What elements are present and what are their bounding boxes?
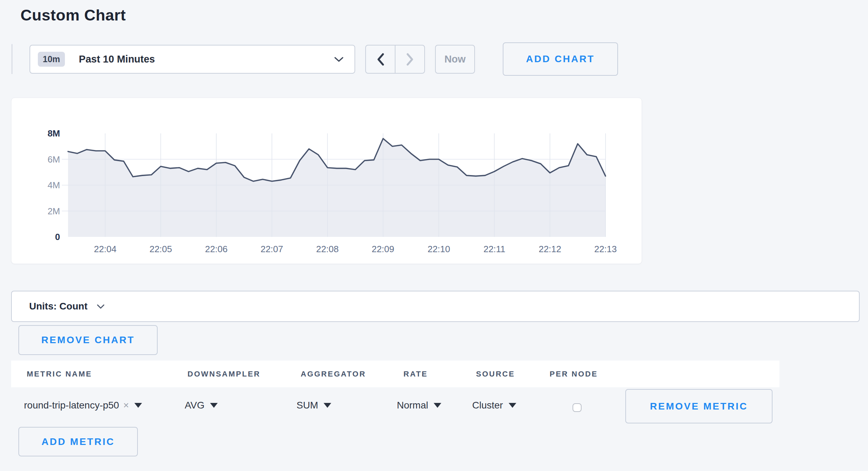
- add-chart-button[interactable]: ADD CHART: [503, 42, 618, 76]
- x-tick-label: 22:09: [362, 244, 404, 255]
- source-value: Cluster: [472, 400, 503, 411]
- x-tick-label: 22:06: [195, 244, 237, 255]
- custom-chart-page: Custom Chart 10m Past 10 Minutes Now ADD…: [0, 0, 868, 471]
- caret-down-icon: [509, 403, 516, 408]
- per-node-checkbox[interactable]: [573, 403, 582, 412]
- downsampler-value: AVG: [185, 400, 205, 411]
- add-metric-button[interactable]: ADD METRIC: [18, 427, 138, 456]
- timeseries-chart: [68, 133, 606, 237]
- x-tick-label: 22:07: [251, 244, 293, 255]
- caret-down-icon: [324, 403, 331, 408]
- remove-tag-icon[interactable]: ×: [123, 400, 129, 411]
- metric-name-select[interactable]: round-trip-latency-p50 ×: [24, 387, 142, 423]
- source-select[interactable]: Cluster: [472, 387, 516, 423]
- time-prev-button[interactable]: [366, 46, 395, 73]
- units-dropdown[interactable]: Units: Count: [11, 291, 860, 322]
- y-tick-label: 6M: [36, 154, 60, 165]
- time-range-dropdown[interactable]: 10m Past 10 Minutes: [30, 45, 355, 74]
- x-tick-label: 22:05: [140, 244, 182, 255]
- metric-name-value: round-trip-latency-p50: [24, 400, 119, 411]
- caret-down-icon: [134, 403, 142, 408]
- rate-value: Normal: [397, 400, 428, 411]
- remove-chart-button[interactable]: REMOVE CHART: [18, 325, 158, 355]
- time-pager: [365, 45, 425, 74]
- col-rate: RATE: [403, 361, 428, 387]
- chevron-down-icon: [334, 56, 344, 63]
- time-range-badge: 10m: [38, 52, 65, 67]
- x-tick-label: 22:08: [307, 244, 348, 255]
- aggregator-select[interactable]: SUM: [297, 387, 331, 423]
- y-tick-label: 0: [36, 232, 60, 242]
- col-per-node: PER NODE: [550, 361, 598, 387]
- x-tick-label: 22:13: [585, 244, 626, 255]
- col-downsampler: DOWNSAMPLER: [187, 361, 260, 387]
- x-tick-label: 22:10: [418, 244, 460, 255]
- y-tick-label: 4M: [36, 180, 60, 190]
- chevron-left-icon: [376, 52, 385, 66]
- toolbar-divider: [11, 44, 12, 74]
- x-tick-label: 22:12: [529, 244, 571, 255]
- now-button[interactable]: Now: [435, 45, 475, 74]
- y-tick-label: 8M: [36, 128, 60, 139]
- rate-select[interactable]: Normal: [397, 387, 441, 423]
- chevron-down-icon: [97, 304, 105, 309]
- col-aggregator: AGGREGATOR: [301, 361, 366, 387]
- col-metric-name: METRIC NAME: [27, 361, 92, 387]
- metrics-table-header: METRIC NAME DOWNSAMPLER AGGREGATOR RATE …: [11, 361, 779, 387]
- time-range-label: Past 10 Minutes: [79, 53, 155, 65]
- time-next-button[interactable]: [395, 46, 424, 73]
- chevron-right-icon: [406, 52, 415, 66]
- y-tick-label: 2M: [36, 206, 60, 216]
- chart-card: 02M4M6M8M 22:0422:0522:0622:0722:0822:09…: [11, 98, 642, 264]
- col-source: SOURCE: [476, 361, 515, 387]
- downsampler-select[interactable]: AVG: [185, 387, 218, 423]
- aggregator-value: SUM: [297, 400, 318, 411]
- page-title: Custom Chart: [20, 6, 126, 24]
- caret-down-icon: [434, 403, 441, 408]
- x-tick-label: 22:11: [474, 244, 515, 255]
- x-tick-label: 22:04: [84, 244, 126, 255]
- units-label: Units: Count: [29, 301, 87, 312]
- remove-metric-button[interactable]: REMOVE METRIC: [625, 389, 773, 423]
- caret-down-icon: [210, 403, 218, 408]
